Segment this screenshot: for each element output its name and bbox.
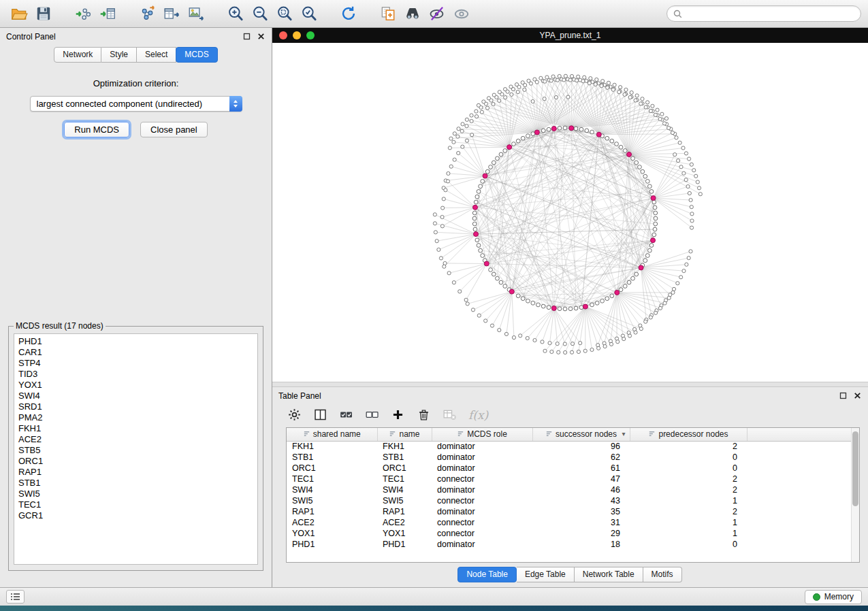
run-mcds-button[interactable]: Run MCDS xyxy=(64,122,129,137)
table-row[interactable]: STB1STB1dominator620 xyxy=(287,452,859,463)
mcds-result-item[interactable]: STB5 xyxy=(18,445,253,456)
table-row[interactable]: ORC1ORC1dominator610 xyxy=(287,463,859,474)
mcds-result-item[interactable]: SWI5 xyxy=(18,489,253,499)
table-row[interactable]: YOX1YOX1connector291 xyxy=(287,528,859,539)
tab-edge-table[interactable]: Edge Table xyxy=(517,567,575,582)
right-column: YPA_prune.txt_1 Table Panel xyxy=(272,28,868,587)
cell-MCDS-role: connector xyxy=(432,517,532,528)
table-row[interactable]: FKH1FKH1dominator962 xyxy=(287,441,859,452)
mcds-result-item[interactable]: GCR1 xyxy=(18,510,253,521)
network-nodes[interactable] xyxy=(433,74,702,354)
find-button[interactable] xyxy=(400,3,425,24)
tab-select[interactable]: Select xyxy=(137,47,176,63)
panel-menu-button[interactable] xyxy=(6,590,25,604)
function-builder-button[interactable]: f(x) xyxy=(468,408,488,422)
show-columns-button[interactable] xyxy=(313,408,327,422)
table-row[interactable]: RAP1RAP1dominator352 xyxy=(287,506,859,517)
mcds-result-list[interactable]: PHD1CAR1STP4TID3YOX1SWI4SRD1PMA2FKH1ACE2… xyxy=(14,333,258,565)
horizontal-splitter[interactable] xyxy=(272,382,868,387)
column-header-MCDS-role[interactable]: MCDS role xyxy=(432,428,532,441)
save-session-button[interactable] xyxy=(31,3,56,24)
column-header-shared-name[interactable]: shared name xyxy=(287,428,377,441)
delete-row-icon xyxy=(417,408,431,422)
tab-network-table[interactable]: Network Table xyxy=(575,567,643,582)
refresh-layout-button[interactable] xyxy=(336,3,361,24)
select-all-button[interactable] xyxy=(339,408,353,422)
table-row[interactable]: PHD1PHD1dominator180 xyxy=(287,539,859,550)
criterion-selected-value: largest connected component (undirected) xyxy=(37,99,203,109)
zoom-fit-button[interactable] xyxy=(272,3,297,24)
search-box[interactable] xyxy=(666,5,861,22)
close-table-panel-button[interactable] xyxy=(854,392,862,400)
close-window-icon[interactable] xyxy=(279,31,287,39)
cell-successor-nodes: 35 xyxy=(532,506,630,517)
tab-style[interactable]: Style xyxy=(101,47,137,63)
column-options-icon xyxy=(648,430,656,440)
settings-button[interactable] xyxy=(287,408,302,422)
delete-row-button[interactable] xyxy=(417,408,431,422)
column-header-name[interactable]: name xyxy=(377,428,432,441)
scrollbar-thumb[interactable] xyxy=(852,431,858,506)
table-row[interactable]: TEC1TEC1connector472 xyxy=(287,474,859,484)
panel-list-icon xyxy=(10,592,21,601)
memory-label: Memory xyxy=(824,592,854,601)
mcds-result-item[interactable]: STP4 xyxy=(18,358,253,369)
open-file-button[interactable] xyxy=(7,3,31,24)
table-row[interactable]: ACE2ACE2connector311 xyxy=(287,517,859,528)
column-header-successor-nodes[interactable]: successor nodes▾ xyxy=(532,428,630,441)
tab-motifs[interactable]: Motifs xyxy=(643,567,682,582)
import-network-button[interactable] xyxy=(71,3,95,24)
zoom-out-button[interactable] xyxy=(248,3,272,24)
clone-network-button[interactable] xyxy=(376,3,400,24)
table-row[interactable]: SWI5SWI5connector431 xyxy=(287,495,859,506)
zoom-window-icon[interactable] xyxy=(306,31,315,39)
control-panel-header: Control Panel xyxy=(0,28,272,45)
table-scrollbar[interactable] xyxy=(851,428,859,562)
node-table-grid: shared namenameMCDS rolesuccessor nodes▾… xyxy=(287,428,859,550)
tab-node-table[interactable]: Node Table xyxy=(457,567,517,582)
mcds-result-item[interactable]: ACE2 xyxy=(18,434,253,445)
add-row-button[interactable] xyxy=(391,408,405,422)
import-table-button[interactable] xyxy=(95,3,120,24)
table-row[interactable]: SWI4SWI4dominator462 xyxy=(287,484,859,495)
float-control-panel-button[interactable] xyxy=(243,33,251,41)
mcds-result-item[interactable]: YOX1 xyxy=(18,380,253,391)
mcds-result-item[interactable]: FKH1 xyxy=(18,423,253,434)
search-input[interactable] xyxy=(686,8,854,19)
mcds-result-item[interactable]: CAR1 xyxy=(18,347,253,358)
mcds-result-item[interactable]: TID3 xyxy=(18,369,253,380)
tab-network[interactable]: Network xyxy=(54,47,101,63)
import-table-icon xyxy=(99,5,116,22)
mcds-result-item[interactable]: SWI4 xyxy=(18,391,253,401)
export-table-icon xyxy=(163,5,180,22)
new-network-button[interactable] xyxy=(135,3,159,24)
deselect-all-button[interactable] xyxy=(365,408,379,422)
float-table-panel-button[interactable] xyxy=(839,392,848,400)
show-all-button[interactable] xyxy=(449,3,474,24)
close-mcds-panel-button[interactable]: Close panel xyxy=(140,122,208,137)
mcds-result-item[interactable]: ORC1 xyxy=(18,456,253,467)
toolbar-group xyxy=(7,3,56,24)
minimize-window-icon[interactable] xyxy=(293,31,301,39)
network-window-titlebar[interactable]: YPA_prune.txt_1 xyxy=(272,28,868,43)
memory-button[interactable]: Memory xyxy=(805,590,862,604)
hide-selection-button[interactable] xyxy=(425,3,449,24)
criterion-select[interactable]: largest connected component (undirected) xyxy=(30,96,242,112)
zoom-in-button[interactable] xyxy=(223,3,248,24)
cell-shared-name: SWI4 xyxy=(287,484,377,495)
export-table-button[interactable] xyxy=(159,3,184,24)
tab-mcds[interactable]: MCDS xyxy=(176,47,217,63)
mcds-result-item[interactable]: RAP1 xyxy=(18,467,253,478)
export-image-button[interactable] xyxy=(184,3,208,24)
close-control-panel-button[interactable] xyxy=(257,33,266,41)
column-header-predecessor-nodes[interactable]: predecessor nodes xyxy=(630,428,747,441)
zoom-selected-button[interactable] xyxy=(297,3,321,24)
delete-table-button[interactable] xyxy=(443,408,457,422)
mcds-result-item[interactable]: SRD1 xyxy=(18,401,253,412)
network-graph[interactable] xyxy=(272,43,863,379)
mcds-result-item[interactable]: STB1 xyxy=(18,478,253,489)
mcds-result-item[interactable]: PHD1 xyxy=(18,336,253,347)
network-canvas[interactable] xyxy=(272,43,868,382)
mcds-result-item[interactable]: TEC1 xyxy=(18,499,253,510)
mcds-result-item[interactable]: PMA2 xyxy=(18,412,253,423)
